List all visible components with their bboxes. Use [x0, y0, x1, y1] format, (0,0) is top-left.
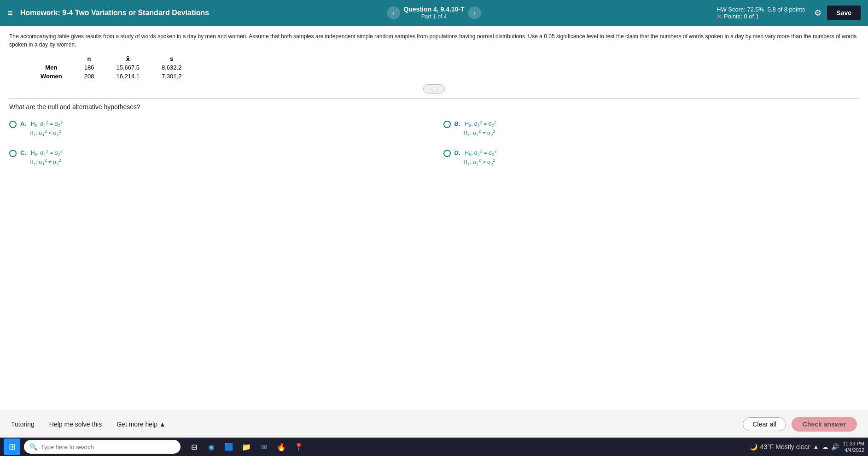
option-d-radio[interactable] [443, 150, 451, 157]
bottom-toolbar: Tutoring Help me solve this Get more hel… [0, 410, 868, 438]
volume-icon: 🔊 [831, 443, 839, 450]
header-title: Homework: 9-4 Two Variations or Standard… [20, 9, 717, 17]
weather-text: 43°F Mostly clear [760, 443, 810, 450]
option-d-line2: H1: σ12 > σ22 [454, 158, 497, 166]
points-line: ✕ Points: 0 of 1 [717, 13, 805, 20]
settings-button[interactable]: ⚙ [814, 8, 821, 18]
option-d-label: D. [454, 149, 460, 156]
help-me-link[interactable]: Help me solve this [49, 421, 102, 428]
option-b-content: B. H0: σ12 ≠ σ22 H1: σ12 = σ22 [454, 120, 497, 138]
check-answer-button[interactable]: Check answer [792, 417, 857, 432]
taskbar: ⊞ 🔍 ⊟ ◉ 🟦 📁 ✉ 🔥 📍 🌙 43°F Mostly clear ▲ … [0, 438, 868, 456]
start-button[interactable]: ⊞ [4, 438, 20, 455]
question-number: Question 4, 9.4.10-T [403, 5, 464, 13]
clock: 11:33 PM 4/4/2022 [843, 440, 864, 454]
score-display: HW Score: 72.5%, 5.8 of 8 points ✕ Point… [717, 6, 805, 20]
men-xbar: 15,667.5 [112, 63, 158, 72]
option-c-line1: C. H0: σ12 = σ22 [20, 149, 63, 157]
col-xbar-header: x̄ [112, 54, 158, 63]
table-row: Men 186 15,667.5 8,632.2 [37, 63, 200, 72]
row-label-men: Men [37, 63, 81, 72]
clear-all-button[interactable]: Clear all [743, 417, 786, 431]
divider [9, 98, 859, 99]
hw-score-text: HW Score: 72.5%, 5.8 of 8 points [717, 6, 805, 13]
header-actions: ⚙ Save [814, 6, 861, 20]
option-a-line1: A. H0: σ12 = σ22 [20, 120, 63, 128]
option-b-h0: H0: σ12 ≠ σ22 [465, 120, 497, 128]
option-b[interactable]: B. H0: σ12 ≠ σ22 H1: σ12 = σ22 [443, 118, 859, 140]
men-s: 8,632.2 [158, 63, 200, 72]
option-d-h1: H1: σ12 > σ22 [464, 158, 495, 166]
option-c-radio[interactable] [9, 150, 17, 157]
option-c[interactable]: C. H0: σ12 = σ22 H1: σ12 ≠ σ22 [9, 147, 425, 169]
get-more-arrow: ▲ [159, 421, 166, 428]
option-a[interactable]: A. H0: σ12 = σ22 H1: σ12 < σ22 [9, 118, 425, 140]
col-n-header: n [81, 54, 113, 63]
problem-description: The accompanying table gives results fro… [9, 32, 859, 49]
prev-question-button[interactable]: ‹ [387, 6, 400, 19]
option-a-content: A. H0: σ12 = σ22 H1: σ12 < σ22 [20, 120, 63, 138]
search-input[interactable] [41, 444, 175, 450]
menu-icon[interactable]: ≡ [7, 8, 13, 18]
option-a-radio[interactable] [9, 121, 17, 128]
option-a-h1: H1: σ12 < σ22 [29, 129, 61, 137]
option-a-label: A. [20, 120, 26, 127]
taskbar-app1[interactable]: 🔥 [274, 439, 289, 455]
option-d-line1: D. H0: σ12 = σ22 [454, 149, 497, 157]
next-question-button[interactable]: › [468, 6, 481, 19]
network-icon: ▲ [813, 443, 819, 450]
option-a-line2: H1: σ12 < σ22 [20, 129, 63, 137]
women-xbar: 16,214.1 [112, 72, 158, 81]
option-b-h1: H1: σ12 = σ22 [464, 129, 495, 137]
points-text: Points: 0 of 1 [724, 13, 759, 20]
system-icons: 🌙 43°F Mostly clear ▲ ☁ 🔊 [750, 443, 839, 450]
taskbar-right: 🌙 43°F Mostly clear ▲ ☁ 🔊 11:33 PM 4/4/2… [750, 440, 864, 454]
option-c-h0: H0: σ12 = σ22 [31, 149, 63, 157]
col-s-header: s [158, 54, 200, 63]
score-x-icon: ✕ [717, 13, 722, 20]
options-grid: A. H0: σ12 = σ22 H1: σ12 < σ22 B. H0: σ1… [9, 118, 859, 169]
taskbar-app2[interactable]: 📍 [291, 439, 307, 455]
women-n: 208 [81, 72, 113, 81]
taskbar-explorer[interactable]: 📁 [239, 439, 254, 455]
toolbar-right: Clear all Check answer [743, 417, 857, 432]
option-b-line2: H1: σ12 = σ22 [454, 129, 497, 137]
save-button[interactable]: Save [827, 6, 861, 20]
option-c-content: C. H0: σ12 = σ22 H1: σ12 ≠ σ22 [20, 149, 63, 167]
search-icon: 🔍 [29, 443, 37, 450]
time-display: 11:33 PM [843, 440, 864, 447]
date-display: 4/4/2022 [843, 447, 864, 453]
option-d-content: D. H0: σ12 = σ22 H1: σ12 > σ22 [454, 149, 497, 167]
table-row: Women 208 16,214.1 7,301.2 [37, 72, 200, 81]
weather-icon: 🌙 [750, 443, 757, 450]
cloud-icon: ☁ [822, 443, 828, 450]
option-d[interactable]: D. H0: σ12 = σ22 H1: σ12 > σ22 [443, 147, 859, 169]
taskbar-mail[interactable]: ✉ [256, 439, 272, 455]
expand-button[interactable]: · · · [423, 84, 445, 94]
taskbar-store[interactable]: 🟦 [221, 439, 237, 455]
option-c-label: C. [20, 149, 26, 156]
option-b-label: B. [454, 120, 460, 127]
option-c-h1: H1: σ12 ≠ σ22 [29, 158, 61, 166]
header: ≡ Homework: 9-4 Two Variations or Standa… [0, 0, 868, 26]
taskbar-task-view[interactable]: ⊟ [186, 439, 202, 455]
question-info: Question 4, 9.4.10-T Part 1 of 4 [403, 5, 464, 21]
tutoring-link[interactable]: Tutoring [11, 421, 35, 428]
data-table: n x̄ s Men 186 15,667.5 8,632.2 Women 20… [37, 54, 859, 81]
women-s: 7,301.2 [158, 72, 200, 81]
option-b-line1: B. H0: σ12 ≠ σ22 [454, 120, 497, 128]
expand-row: · · · [9, 84, 859, 94]
main-content: The accompanying table gives results fro… [0, 26, 868, 405]
option-b-radio[interactable] [443, 121, 451, 128]
option-d-h0: H0: σ12 = σ22 [465, 149, 497, 157]
search-bar[interactable]: 🔍 [24, 440, 181, 454]
get-more-label: Get more help [117, 421, 157, 428]
men-n: 186 [81, 63, 113, 72]
hw-score-line: HW Score: 72.5%, 5.8 of 8 points [717, 6, 805, 13]
question-text: What are the null and alternative hypoth… [9, 103, 859, 111]
taskbar-edge[interactable]: ◉ [204, 439, 219, 455]
row-label-women: Women [37, 72, 81, 81]
get-more-help-button[interactable]: Get more help ▲ [117, 421, 166, 428]
question-nav: ‹ Question 4, 9.4.10-T Part 1 of 4 › [387, 5, 481, 21]
question-part: Part 1 of 4 [403, 13, 464, 21]
